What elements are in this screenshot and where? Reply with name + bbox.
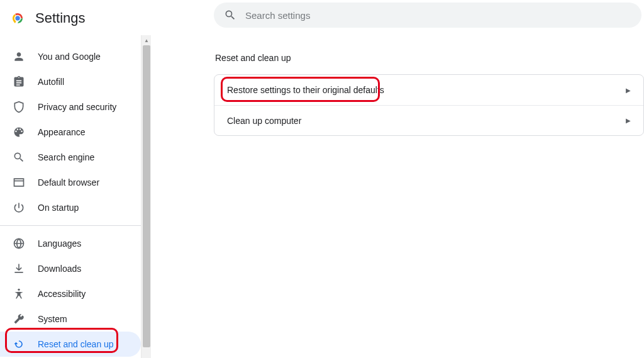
sidebar-item-on-startup[interactable]: On startup [0, 195, 141, 220]
globe-icon [13, 237, 25, 250]
sidebar-item-languages[interactable]: Languages [0, 231, 141, 256]
sidebar-item-you-and-google[interactable]: You and Google [0, 44, 141, 69]
sidebar-divider [0, 225, 151, 226]
sidebar-item-autofill[interactable]: Autofill [0, 69, 141, 94]
content: Reset and clean up Restore settings to t… [151, 28, 591, 136]
app-title: Settings [35, 10, 86, 26]
settings-card: Restore settings to their original defau… [214, 74, 644, 136]
sidebar-item-downloads[interactable]: Downloads [0, 256, 141, 281]
sidebar-list: You and Google Autofill Privacy and secu… [0, 39, 151, 357]
sidebar-item-label: Default browser [38, 177, 99, 187]
sidebar-item-label: Downloads [38, 264, 81, 274]
row-label: Restore settings to their original defau… [227, 85, 384, 95]
sidebar-item-label: Accessibility [38, 289, 86, 299]
main-area: Reset and clean up Restore settings to t… [151, 0, 644, 358]
browser-icon [13, 176, 25, 189]
sidebar-item-label: You and Google [38, 52, 101, 62]
sidebar-header: Settings [0, 0, 151, 39]
sidebar: Settings ▲ You and Google Autofill [0, 0, 151, 358]
search-bar[interactable] [214, 3, 641, 28]
svg-point-1 [16, 16, 20, 21]
sidebar-item-default-browser[interactable]: Default browser [0, 170, 141, 195]
sidebar-item-reset[interactable]: Reset and clean up [0, 332, 141, 357]
sidebar-item-label: Reset and clean up [38, 339, 114, 349]
sidebar-item-privacy[interactable]: Privacy and security [0, 94, 141, 120]
accessibility-icon [13, 288, 25, 300]
sidebar-scrollbar[interactable]: ▲ [141, 35, 151, 358]
sidebar-item-accessibility[interactable]: Accessibility [0, 281, 141, 306]
sidebar-item-label: Languages [38, 238, 81, 249]
download-icon [13, 262, 25, 275]
chrome-logo-icon [10, 11, 25, 26]
chevron-right-icon: ▶ [626, 117, 631, 124]
search-icon [224, 9, 236, 21]
sidebar-item-label: On startup [38, 203, 79, 213]
search-input[interactable] [245, 10, 631, 21]
power-icon [13, 201, 25, 214]
sidebar-item-appearance[interactable]: Appearance [0, 120, 141, 145]
person-icon [13, 50, 25, 63]
svg-point-4 [18, 289, 19, 291]
restore-icon [13, 338, 25, 350]
sidebar-item-label: Appearance [38, 127, 86, 137]
sidebar-item-label: Search engine [38, 152, 94, 162]
search-icon [13, 151, 25, 164]
row-clean-up-computer[interactable]: Clean up computer ▶ [214, 105, 643, 135]
chevron-right-icon: ▶ [626, 87, 631, 94]
sidebar-item-system[interactable]: System [0, 306, 141, 332]
sidebar-item-label: Autofill [38, 77, 64, 87]
row-restore-defaults[interactable]: Restore settings to their original defau… [214, 75, 643, 105]
sidebar-item-search-engine[interactable]: Search engine [0, 145, 141, 170]
section-title: Reset and clean up [214, 53, 591, 63]
scroll-up-icon[interactable]: ▲ [142, 35, 151, 45]
wrench-icon [13, 313, 25, 325]
scroll-thumb[interactable] [143, 45, 150, 347]
palette-icon [13, 126, 25, 138]
assignment-icon [13, 76, 25, 88]
sidebar-item-label: Privacy and security [38, 102, 116, 112]
shield-icon [13, 101, 25, 113]
sidebar-item-label: System [38, 314, 67, 324]
row-label: Clean up computer [227, 116, 301, 126]
